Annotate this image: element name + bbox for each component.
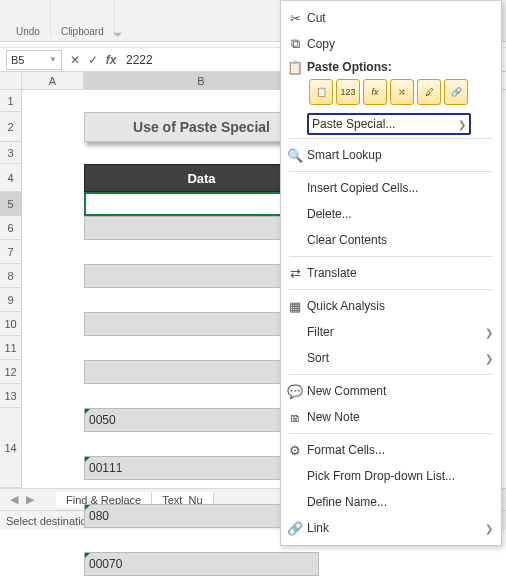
paste-option-link[interactable]: 🔗 <box>444 79 468 105</box>
paste-option-formulas[interactable]: fx <box>363 79 387 105</box>
error-triangle-icon <box>85 505 90 510</box>
error-triangle-icon <box>85 457 90 462</box>
context-menu: ✂ Cut ⧉ Copy 📋 Paste Options: 📋 123 fx ⤭… <box>280 0 502 546</box>
ribbon-group-clipboard: Clipboard <box>51 0 115 37</box>
undo-label[interactable]: Undo <box>16 26 40 37</box>
menu-paste-options-label: 📋 Paste Options: <box>281 57 501 77</box>
menu-format-cells[interactable]: ⚙ Format Cells... <box>281 437 501 463</box>
tab-nav-next-icon[interactable]: ▶ <box>22 493 38 506</box>
cut-icon: ✂ <box>283 11 307 26</box>
cancel-button[interactable]: ✕ <box>66 53 84 67</box>
row-header[interactable]: 5 <box>0 192 22 216</box>
menu-filter[interactable]: Filter ❯ <box>281 319 501 345</box>
error-triangle-icon <box>85 553 90 558</box>
tab-nav-prev-icon[interactable]: ◀ <box>6 493 22 506</box>
paste-option-transpose[interactable]: ⤭ <box>390 79 414 105</box>
row-header[interactable]: 4 <box>0 164 22 192</box>
chevron-right-icon: ❯ <box>485 523 493 534</box>
row-header[interactable]: 12 <box>0 360 22 384</box>
menu-quick-analysis[interactable]: ▦ Quick Analysis <box>281 293 501 319</box>
row-header[interactable]: 14 <box>0 408 22 488</box>
ribbon-group-undo: Undo <box>6 0 51 37</box>
error-triangle-icon <box>85 409 90 414</box>
quick-analysis-icon: ▦ <box>283 299 307 314</box>
menu-clear[interactable]: Clear Contents <box>281 227 501 253</box>
row-header[interactable]: 13 <box>0 384 22 408</box>
note-icon: 🗈 <box>283 410 307 425</box>
select-all-corner[interactable] <box>0 72 22 89</box>
menu-new-note[interactable]: 🗈 New Note <box>281 404 501 430</box>
menu-insert-copied[interactable]: Insert Copied Cells... <box>281 175 501 201</box>
confirm-button[interactable]: ✓ <box>84 53 102 67</box>
menu-pick-list[interactable]: Pick From Drop-down List... <box>281 463 501 489</box>
paste-option-formatting[interactable]: 🖊 <box>417 79 441 105</box>
row-header[interactable]: 3 <box>0 142 22 164</box>
menu-sort[interactable]: Sort ❯ <box>281 345 501 371</box>
row-header[interactable]: 6 <box>0 216 22 240</box>
paste-option-all[interactable]: 📋 <box>309 79 333 105</box>
link-icon: 🔗 <box>283 521 307 536</box>
menu-translate[interactable]: ⇄ Translate <box>281 260 501 286</box>
clipboard-label[interactable]: Clipboard <box>61 26 104 37</box>
chevron-right-icon: ❯ <box>485 327 493 338</box>
menu-smart-lookup[interactable]: 🔍 Smart Lookup <box>281 142 501 168</box>
menu-new-comment[interactable]: 💬 New Comment <box>281 378 501 404</box>
menu-link[interactable]: 🔗 Link ❯ <box>281 515 501 541</box>
comment-icon: 💬 <box>283 384 307 399</box>
menu-cut[interactable]: ✂ Cut <box>281 5 501 31</box>
menu-copy[interactable]: ⧉ Copy <box>281 31 501 57</box>
paste-options-row: 📋 123 fx ⤭ 🖊 🔗 <box>281 77 501 111</box>
row-headers: 1 2 3 4 5 6 7 8 9 10 11 12 13 14 <box>0 90 22 488</box>
chevron-right-icon: ❯ <box>485 353 493 364</box>
row-header[interactable]: 9 <box>0 288 22 312</box>
clipboard-icon: 📋 <box>283 60 307 75</box>
format-cells-icon: ⚙ <box>283 443 307 458</box>
col-header-A[interactable]: A <box>22 72 84 89</box>
data-cell[interactable]: 00070 <box>84 552 319 576</box>
menu-paste-special[interactable]: Paste Special... ❯ <box>307 113 471 135</box>
row-header[interactable]: 10 <box>0 312 22 336</box>
menu-delete[interactable]: Delete... <box>281 201 501 227</box>
smart-lookup-icon: 🔍 <box>283 148 307 163</box>
row-header[interactable]: 2 <box>0 112 22 142</box>
dropdown-icon[interactable]: ▼ <box>49 55 57 64</box>
paste-option-values[interactable]: 123 <box>336 79 360 105</box>
name-box[interactable]: B5 ▼ <box>6 50 62 70</box>
chevron-right-icon: ❯ <box>458 119 466 130</box>
cell-reference: B5 <box>11 54 24 66</box>
translate-icon: ⇄ <box>283 266 307 281</box>
row-header[interactable]: 1 <box>0 90 22 112</box>
row-header[interactable]: 7 <box>0 240 22 264</box>
row-header[interactable]: 11 <box>0 336 22 360</box>
copy-icon: ⧉ <box>283 36 307 52</box>
menu-define-name[interactable]: Define Name... <box>281 489 501 515</box>
row-header[interactable]: 8 <box>0 264 22 288</box>
fx-button[interactable]: fx <box>102 53 120 67</box>
